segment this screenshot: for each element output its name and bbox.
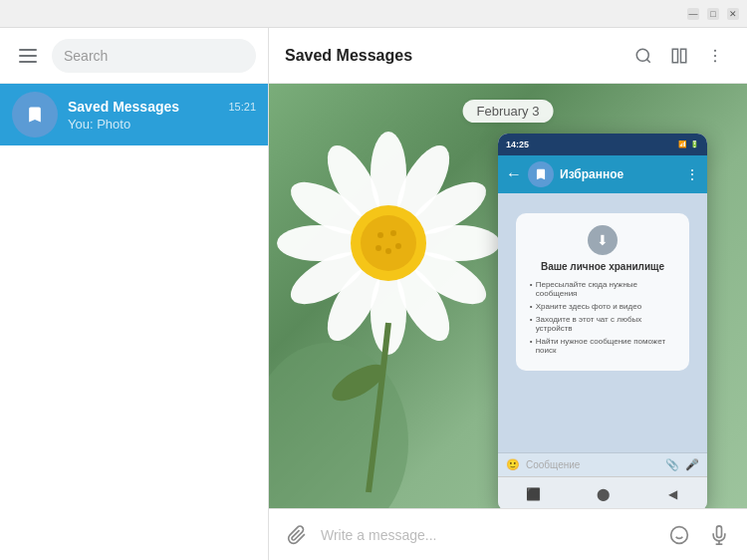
chat-info: Saved Messages 15:21 You: Photo <box>68 99 256 132</box>
attach-button[interactable] <box>281 519 313 551</box>
phone-time: 14:25 <box>506 140 529 149</box>
message-input-bar <box>269 508 747 560</box>
emoji-button[interactable] <box>663 519 695 551</box>
phone-messages: ⬇ Ваше личное хранилище Пересылайте сюда… <box>498 193 707 452</box>
date-badge: February 3 <box>463 100 554 123</box>
phone-signal-icon: 📶 <box>678 140 687 148</box>
minimize-button[interactable]: — <box>687 8 699 20</box>
sidebar-header <box>0 28 268 84</box>
svg-point-23 <box>390 230 396 236</box>
phone-mockup: 14:25 📶 🔋 ← Избранное ⋮ <box>498 134 707 508</box>
more-options-button[interactable] <box>699 40 731 72</box>
phone-status-bar: 14:25 📶 🔋 <box>498 134 707 155</box>
phone-more-button[interactable]: ⋮ <box>685 166 699 182</box>
phone-topbar: ← Избранное ⋮ <box>498 155 707 193</box>
search-button[interactable] <box>627 40 659 72</box>
info-card-item-2: Храните здесь фото и видео <box>530 302 676 311</box>
sidebar: Saved Messages 15:21 You: Photo <box>0 28 269 560</box>
chat-list: Saved Messages 15:21 You: Photo <box>0 84 268 560</box>
svg-point-0 <box>636 49 648 61</box>
avatar <box>12 92 58 138</box>
svg-point-24 <box>395 243 401 249</box>
svg-point-26 <box>375 245 381 251</box>
message-input[interactable] <box>321 527 655 543</box>
search-input[interactable] <box>64 48 244 64</box>
svg-point-4 <box>714 49 716 51</box>
svg-point-7 <box>269 343 408 508</box>
columns-button[interactable] <box>663 40 695 72</box>
chat-item[interactable]: Saved Messages 15:21 You: Photo <box>0 84 268 145</box>
voice-button[interactable] <box>703 519 735 551</box>
chat-header: Saved Messages <box>269 28 747 84</box>
hamburger-menu-button[interactable] <box>12 40 44 72</box>
svg-point-28 <box>671 526 688 543</box>
info-card-title: Ваше личное хранилище <box>530 261 676 272</box>
svg-point-25 <box>385 248 391 254</box>
phone-input-placeholder: Сообщение <box>526 459 659 470</box>
svg-rect-2 <box>672 49 677 63</box>
info-card-item-1: Пересылайте сюда нужные сообщения <box>530 280 676 298</box>
app-container: Saved Messages 15:21 You: Photo Saved Me… <box>0 28 747 560</box>
svg-point-21 <box>361 215 416 271</box>
phone-emoji-icon: 🙂 <box>506 458 520 471</box>
info-card-icon: ⬇ <box>588 225 618 255</box>
svg-point-5 <box>714 54 716 56</box>
chat-header-title: Saved Messages <box>285 47 623 65</box>
phone-input-bar: 🙂 Сообщение 📎 🎤 <box>498 452 707 476</box>
chat-name: Saved Messages <box>68 99 179 115</box>
close-button[interactable]: ✕ <box>727 8 739 20</box>
chat-preview: You: Photo <box>68 117 256 132</box>
chat-body: February 3 14:25 📶 🔋 ← <box>269 84 747 508</box>
phone-back-nav-button[interactable]: ◀ <box>660 482 684 506</box>
phone-chat-title: Избранное <box>560 167 679 181</box>
phone-status-icons: 📶 🔋 <box>678 140 699 148</box>
phone-battery-icon: 🔋 <box>690 140 699 148</box>
phone-voice-icon: 🎤 <box>685 458 699 471</box>
phone-stop-button[interactable]: ⬛ <box>521 482 545 506</box>
phone-navbar: ⬛ ⬤ ◀ <box>498 476 707 508</box>
info-card-item-4: Найти нужное сообщение поможет поиск <box>530 337 676 355</box>
hamburger-icon <box>19 49 37 63</box>
svg-point-6 <box>714 60 716 62</box>
phone-attach-icon: 📎 <box>665 458 679 471</box>
search-box[interactable] <box>52 39 256 73</box>
titlebar: — □ ✕ <box>0 0 747 28</box>
phone-back-button[interactable]: ← <box>506 165 522 183</box>
info-card-item-3: Заходите в этот чат с любых устройств <box>530 315 676 333</box>
svg-point-22 <box>377 232 383 238</box>
svg-line-1 <box>646 59 649 62</box>
chat-name-row: Saved Messages 15:21 <box>68 99 256 115</box>
phone-avatar <box>528 161 554 187</box>
info-card: ⬇ Ваше личное хранилище Пересылайте сюда… <box>516 213 690 371</box>
chat-time: 15:21 <box>228 101 256 113</box>
phone-home-button[interactable]: ⬤ <box>591 482 615 506</box>
maximize-button[interactable]: □ <box>707 8 719 20</box>
svg-rect-3 <box>681 49 686 63</box>
chat-panel: Saved Messages <box>269 28 747 560</box>
